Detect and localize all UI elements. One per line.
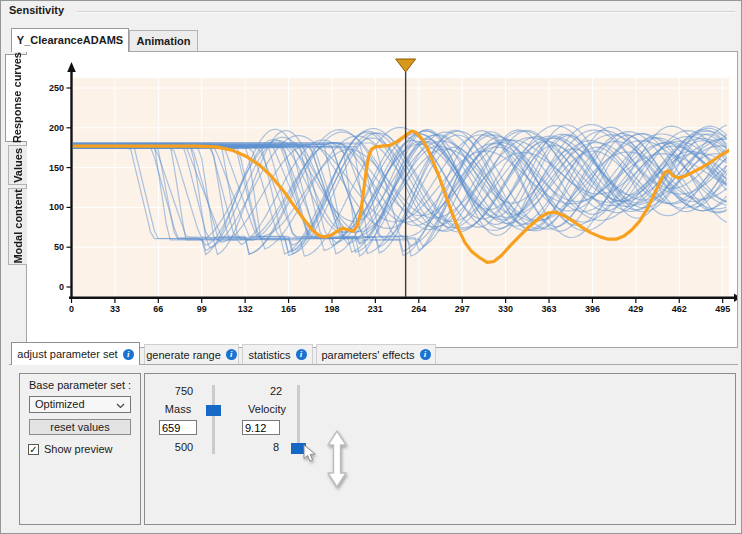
svg-text:50: 50 xyxy=(54,242,64,252)
svg-text:100: 100 xyxy=(49,202,64,212)
parameter-sliders-groupbox: 750 Mass 500 22 Velocity 8 xyxy=(144,373,736,525)
chart-panel: 0336699132165198231264297330363396429462… xyxy=(26,51,738,348)
mass-min-label: 500 xyxy=(159,441,209,453)
info-icon[interactable]: i xyxy=(420,349,431,360)
velocity-max-label: 22 xyxy=(251,385,301,397)
svg-text:165: 165 xyxy=(281,304,296,314)
show-preview-label: Show preview xyxy=(44,443,112,455)
mass-slider-handle[interactable] xyxy=(206,405,221,416)
velocity-label: Velocity xyxy=(240,403,294,415)
svg-text:231: 231 xyxy=(368,304,383,314)
velocity-value-input[interactable] xyxy=(242,420,280,435)
svg-text:330: 330 xyxy=(498,304,513,314)
svg-text:66: 66 xyxy=(153,304,163,314)
title-divider xyxy=(77,11,735,13)
svg-text:132: 132 xyxy=(238,304,253,314)
info-icon[interactable]: i xyxy=(123,349,134,360)
svg-text:396: 396 xyxy=(585,304,600,314)
side-tab-response-curves[interactable]: Response curves xyxy=(5,54,27,142)
base-parameter-groupbox: Base parameter set : Optimized reset val… xyxy=(19,373,141,525)
tab-animation[interactable]: Animation xyxy=(129,30,198,52)
svg-text:150: 150 xyxy=(49,163,64,173)
svg-text:200: 200 xyxy=(49,123,64,133)
svg-text:462: 462 xyxy=(672,304,687,314)
tab-statistics[interactable]: statistics i xyxy=(242,344,313,364)
svg-text:99: 99 xyxy=(197,304,207,314)
response-curves-chart[interactable]: 0336699132165198231264297330363396429462… xyxy=(27,52,737,347)
vertical-drag-arrow-icon xyxy=(326,428,348,490)
mass-max-label: 750 xyxy=(159,385,209,397)
time-marker-handle[interactable] xyxy=(396,59,416,72)
tab-y-clearance-adams[interactable]: Y_ClearanceADAMS xyxy=(11,28,129,52)
show-preview-checkbox[interactable]: ✓ xyxy=(28,444,39,455)
svg-text:264: 264 xyxy=(411,304,426,314)
page-title: Sensitivity xyxy=(9,4,64,16)
mass-value-input[interactable] xyxy=(159,420,197,435)
svg-text:250: 250 xyxy=(49,83,64,93)
base-parameter-label: Base parameter set : xyxy=(29,379,131,391)
base-parameter-dropdown[interactable]: Optimized xyxy=(29,396,131,413)
chevron-down-icon xyxy=(116,403,125,409)
reset-values-button[interactable]: reset values xyxy=(29,419,131,435)
mass-label: Mass xyxy=(151,403,205,415)
svg-text:33: 33 xyxy=(110,304,120,314)
svg-text:495: 495 xyxy=(715,304,730,314)
tab-adjust-parameter-set[interactable]: adjust parameter set i xyxy=(11,342,140,365)
mouse-cursor-icon xyxy=(303,444,317,462)
info-icon[interactable]: i xyxy=(296,349,307,360)
show-preview-row: ✓ Show preview xyxy=(28,443,112,455)
svg-text:363: 363 xyxy=(542,304,557,314)
side-tab-values[interactable]: Values xyxy=(8,145,27,185)
info-icon[interactable]: i xyxy=(226,349,237,360)
svg-text:0: 0 xyxy=(69,304,74,314)
tab-generate-range[interactable]: generate range i xyxy=(144,344,239,364)
svg-text:0: 0 xyxy=(59,282,64,292)
svg-text:297: 297 xyxy=(455,304,470,314)
mass-slider-track[interactable] xyxy=(212,385,215,454)
side-tab-modal-content[interactable]: Modal content xyxy=(8,188,27,265)
tab-parameters-effects[interactable]: parameters' effects i xyxy=(316,344,436,364)
svg-text:198: 198 xyxy=(324,304,339,314)
svg-text:429: 429 xyxy=(628,304,643,314)
